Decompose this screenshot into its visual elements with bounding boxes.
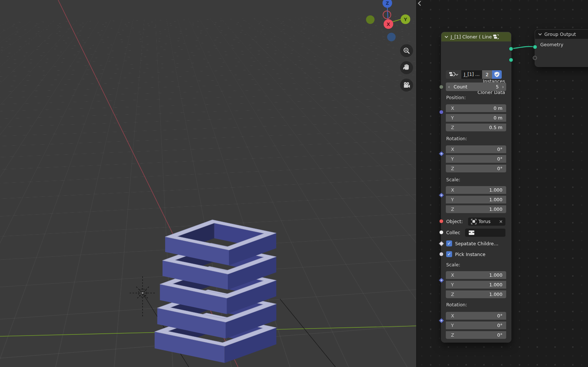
socket-input-pick-instance[interactable]: [439, 252, 444, 256]
gizmo-y-ball[interactable]: Y: [401, 14, 410, 24]
node-group-browse-icon: [446, 70, 461, 79]
object-label: Object:: [446, 219, 463, 224]
camera-view-button[interactable]: [400, 79, 413, 92]
group-output-node[interactable]: Group Output Geometry: [535, 30, 588, 67]
socket-input-instance-scale[interactable]: [439, 278, 444, 282]
pan-tool-button[interactable]: [400, 61, 413, 74]
socket-input-instance-rotation[interactable]: [439, 318, 444, 323]
slider-right-arrow-icon[interactable]: ›: [502, 83, 504, 91]
geometry-input-label: Geometry: [540, 42, 563, 47]
mesh-object-icon: [470, 218, 478, 226]
gizmo-neg-y-ball[interactable]: [366, 16, 375, 24]
node-group-icon: [493, 34, 499, 40]
count-slider[interactable]: ‹ Count 5 ›: [446, 83, 506, 91]
x-axis-line: [58, 0, 238, 367]
separate-children-label: Sepatate Childre…: [455, 241, 498, 246]
slider-left-arrow-icon[interactable]: ‹: [448, 83, 450, 91]
count-value: 5: [496, 83, 499, 91]
instance-rotation-section-label: Rotation:: [446, 302, 467, 307]
instance-scale-x-field[interactable]: X 1.000: [446, 271, 506, 279]
rotation-x-field[interactable]: X 0°: [446, 145, 506, 153]
collapse-region-chevron-icon[interactable]: [417, 0, 422, 6]
cloner-node-header[interactable]: J_[1] Cloner ( Line: [441, 32, 511, 41]
socket-input-geometry[interactable]: [533, 45, 537, 49]
socket-input-object[interactable]: [439, 219, 444, 223]
3d-viewport[interactable]: Z Y X: [0, 0, 416, 367]
relationship-line: [280, 299, 335, 367]
datablock-name-field[interactable]: J_[1] …: [461, 70, 482, 79]
gizmo-neg-z-ball[interactable]: [387, 33, 396, 41]
instance-rotation-x-field[interactable]: X 0°: [446, 312, 506, 320]
viewport-axis-gizmo[interactable]: Z Y X: [366, 0, 411, 41]
instance-rotation-y-field[interactable]: Y 0°: [446, 321, 506, 329]
socket-input-position[interactable]: [439, 110, 444, 114]
instance-scale-z-field[interactable]: Z 1.000: [446, 290, 506, 298]
chevron-down-icon[interactable]: [444, 36, 448, 38]
separate-children-checkbox[interactable]: [446, 240, 452, 246]
rotation-section-label: Rotation:: [446, 136, 467, 141]
socket-input-virtual[interactable]: [533, 56, 537, 60]
datablock-type-button[interactable]: [446, 70, 461, 79]
fake-user-shield-button[interactable]: [492, 70, 502, 79]
collection-field[interactable]: [465, 229, 505, 237]
scale-x-field[interactable]: X 1.000: [446, 186, 506, 194]
scale-z-field[interactable]: Z 1.000: [446, 205, 506, 213]
cloner-node[interactable]: J_[1] Cloner ( Line Instances Cloner Dat…: [441, 32, 511, 342]
node-title: Group Output: [544, 31, 576, 37]
object-field-value: Torus: [478, 219, 491, 224]
collection-label: Collec: [446, 230, 460, 235]
socket-input-collection[interactable]: [439, 230, 444, 235]
count-label: Count: [454, 83, 467, 91]
chevron-down-icon[interactable]: [538, 33, 542, 36]
group-output-header[interactable]: Group Output: [535, 30, 588, 39]
socket-input-scale[interactable]: [439, 193, 444, 197]
blender-window: { "viewport": { "axis_gizmo": {"x_label"…: [0, 0, 588, 367]
svg-text:Y: Y: [404, 17, 407, 22]
socket-input-rotation[interactable]: [439, 151, 444, 156]
pick-instance-label: Pick Instance: [455, 252, 485, 257]
geometry-wire: [511, 47, 535, 49]
cloned-torus-stack[interactable]: [155, 220, 277, 363]
rotation-z-field[interactable]: Z 0°: [446, 165, 506, 172]
instance-rotation-z-field[interactable]: Z 0°: [446, 331, 506, 339]
rotation-y-field[interactable]: Y 0°: [446, 155, 506, 163]
datablock-users-button[interactable]: 2: [482, 70, 492, 79]
empty-object-gizmo[interactable]: [130, 276, 156, 317]
zoom-tool-button[interactable]: [400, 44, 413, 57]
position-y-field[interactable]: Y 0 m: [446, 114, 506, 122]
collection-icon: [468, 229, 476, 237]
gizmo-z-ball[interactable]: Z: [382, 0, 392, 8]
scale-y-field[interactable]: Y 1.000: [446, 196, 506, 203]
scale-section-label: Scale:: [446, 177, 460, 182]
node-title: J_[1] Cloner ( Line: [451, 34, 492, 40]
pick-instance-checkbox[interactable]: [446, 251, 452, 257]
svg-text:X: X: [387, 22, 390, 27]
socket-input-separate-children[interactable]: [439, 241, 444, 246]
svg-text:Z: Z: [386, 1, 389, 6]
socket-input-count[interactable]: [439, 85, 444, 89]
socket-output-cloner-data[interactable]: [509, 58, 513, 62]
position-x-field[interactable]: X 0 m: [446, 104, 506, 112]
gizmo-neg-x-ring[interactable]: [383, 11, 391, 19]
shield-check-icon: [492, 70, 502, 79]
instance-scale-y-field[interactable]: Y 1.000: [446, 281, 506, 289]
socket-output-instances[interactable]: [509, 47, 513, 51]
object-field[interactable]: Torus ×: [468, 218, 505, 226]
clear-object-icon[interactable]: ×: [499, 219, 503, 224]
position-section-label: Position:: [446, 95, 466, 100]
position-z-field[interactable]: Z 0.5 m: [446, 124, 506, 131]
geometry-node-editor[interactable]: J_[1] Cloner ( Line Instances Cloner Dat…: [416, 0, 588, 367]
gizmo-x-ball[interactable]: X: [384, 19, 393, 29]
instance-scale-section-label: Scale:: [446, 262, 460, 267]
